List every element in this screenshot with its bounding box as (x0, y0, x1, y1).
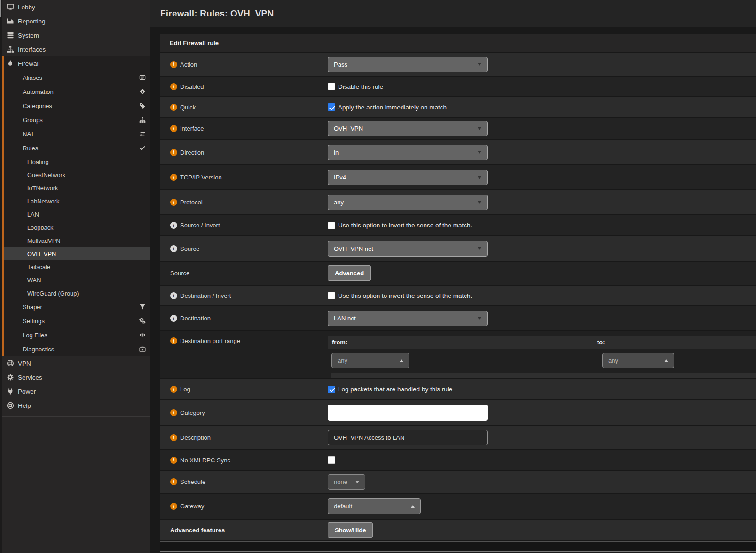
destination-invert-checkbox[interactable] (328, 292, 335, 299)
protocol-select[interactable]: any (328, 195, 488, 210)
form-row-source-invert: iSource / InvertUse this option to inver… (160, 215, 756, 236)
sidebar-item-tailscale[interactable]: Tailscale (0, 260, 150, 273)
info-icon: i (170, 245, 177, 252)
sidebar-firewall-section: FirewallAliasesAutomationCategoriesGroup… (0, 56, 150, 356)
source-select[interactable]: OVH_VPN net (328, 241, 488, 257)
sidebar-item-diagnostics[interactable]: Diagnostics (0, 342, 150, 356)
sidebar-item-categories[interactable]: Categories (0, 99, 150, 113)
caret-up-icon (400, 359, 403, 362)
quick-checkbox[interactable] (328, 103, 335, 111)
sidebar-item-labnetwork[interactable]: LabNetwork (0, 195, 150, 208)
horizontal-scrollbar[interactable] (160, 551, 756, 552)
list-icon (139, 74, 146, 81)
sidebar-item-groups[interactable]: Groups (0, 113, 150, 127)
field-label-text: Source (180, 245, 199, 252)
field-control-direction: in (328, 140, 756, 164)
sidebar-item-iotnetwork[interactable]: IoTNetwork (0, 181, 150, 195)
sidebar-item-lan[interactable]: LAN (0, 208, 150, 221)
sidebar-item-nat[interactable]: NAT (0, 127, 150, 141)
sidebar-item-wan[interactable]: WAN (0, 273, 150, 287)
sidebar-item-firewall[interactable]: Firewall (0, 56, 150, 70)
sidebar-item-label: Diagnostics (23, 346, 54, 353)
sidebar-item-rules[interactable]: Rules (0, 141, 150, 155)
life-ring-icon (6, 402, 14, 409)
interface-select[interactable]: OVH_VPN (328, 121, 488, 136)
field-label-advanced-features: Advanced features (160, 520, 328, 540)
sidebar-item-system[interactable]: System (0, 28, 150, 42)
sidebar-item-aliases[interactable]: Aliases (0, 70, 150, 85)
field-label-text: Direction (180, 149, 204, 156)
form-row-destination: iDestinationLAN net (160, 306, 756, 331)
no-xmlrpc-sync-checkbox[interactable] (328, 456, 335, 464)
source-invert-checkbox[interactable] (328, 222, 335, 229)
schedule-select[interactable]: none (328, 474, 365, 490)
field-label-text: Description (180, 434, 211, 441)
info-icon: i (170, 315, 177, 322)
sidebar-item-label: Reporting (18, 18, 46, 25)
field-label-text: No XMLRPC Sync (180, 457, 230, 464)
sidebar-item-mullvadvpn[interactable]: MullvadVPN (0, 234, 150, 247)
log-checkbox-label: Log packets that are handled by this rul… (338, 386, 452, 393)
fire-icon (6, 60, 14, 67)
panel-title: Edit Firewall rule (160, 34, 756, 53)
caret-down-icon (478, 247, 481, 250)
exchange-icon (139, 131, 146, 137)
sidebar-item-help[interactable]: Help (0, 398, 150, 413)
sidebar-item-loopback[interactable]: Loopback (0, 221, 150, 234)
sidebar-item-ovh-vpn[interactable]: OVH_VPN (0, 247, 150, 260)
sidebar-item-vpn[interactable]: VPN (0, 356, 150, 370)
caret-up-icon (664, 359, 668, 362)
source-advanced-button[interactable]: Advanced (328, 265, 371, 281)
info-icon: i (170, 125, 177, 132)
sidebar-item-interfaces[interactable]: Interfaces (0, 42, 150, 56)
port-from-select[interactable]: any (331, 353, 410, 368)
disabled-checkbox-label: Disable this rule (338, 83, 383, 90)
field-label-text: Protocol (180, 199, 203, 206)
gateway-select[interactable]: default (328, 498, 421, 514)
form-row-source-advanced: SourceAdvanced (160, 262, 756, 286)
field-control-source: OVH_VPN net (328, 236, 756, 261)
log-checkbox[interactable] (328, 386, 335, 393)
sidebar-item-label: WireGuard (Group) (27, 290, 79, 297)
sidebar-top-nav: LobbyReportingSystemInterfaces (0, 0, 150, 56)
sidebar-item-automation[interactable]: Automation (0, 85, 150, 99)
disabled-checkbox[interactable] (328, 83, 335, 90)
sidebar-item-lobby[interactable]: Lobby (0, 0, 150, 14)
sidebar-item-label: Power (18, 388, 36, 395)
field-control-source-invert: Use this option to invert the sense of t… (328, 215, 756, 235)
direction-select[interactable]: in (328, 145, 488, 160)
sidebar-item-floating[interactable]: Floating (0, 155, 150, 168)
sidebar-item-label: Services (18, 374, 42, 381)
sidebar-item-guestnetwork[interactable]: GuestNetwork (0, 168, 150, 181)
opnsense-app: LobbyReportingSystemInterfaces FirewallA… (0, 0, 756, 553)
sidebar-item-label: Shaper (23, 304, 42, 311)
field-control-category (328, 400, 756, 425)
field-control-protocol: any (328, 190, 756, 214)
category-input[interactable] (328, 405, 488, 421)
destination-select-value: LAN net (334, 315, 356, 322)
sidebar-item-services[interactable]: Services (0, 370, 150, 384)
destination-select[interactable]: LAN net (328, 311, 488, 326)
field-control-no-xmlrpc-sync (328, 450, 756, 470)
sidebar-item-label: MullvadVPN (27, 237, 60, 244)
sidebar-item-log-files[interactable]: Log Files (0, 328, 150, 342)
field-label-text: Log (180, 386, 190, 393)
sidebar-item-reporting[interactable]: Reporting (0, 14, 150, 28)
sidebar-item-shaper[interactable]: Shaper (0, 300, 150, 314)
port-to-select[interactable]: any (602, 353, 674, 368)
description-input[interactable]: OVH_VPN Access to LAN (328, 430, 488, 445)
advanced-features-button[interactable]: Show/Hide (328, 522, 373, 538)
port-range-scrollbar[interactable] (331, 373, 756, 378)
field-label-text: Gateway (180, 503, 204, 510)
port-to-value: any (608, 357, 618, 364)
sidebar-item-power[interactable]: Power (0, 384, 150, 398)
sidebar-scrollbar[interactable] (0, 0, 1, 17)
tcpip-version-select[interactable]: IPv4 (328, 170, 488, 185)
page-header: Firewall: Rules: OVH_VPN (150, 0, 756, 27)
destination-invert-checkbox-label: Use this option to invert the sense of t… (338, 292, 472, 299)
sidebar-item-settings[interactable]: Settings (0, 314, 150, 328)
sidebar-item-wireguard-group[interactable]: WireGuard (Group) (0, 287, 150, 300)
eye-icon (139, 332, 146, 338)
source-invert-checkbox-label: Use this option to invert the sense of t… (338, 222, 472, 229)
action-select[interactable]: Pass (328, 57, 488, 72)
